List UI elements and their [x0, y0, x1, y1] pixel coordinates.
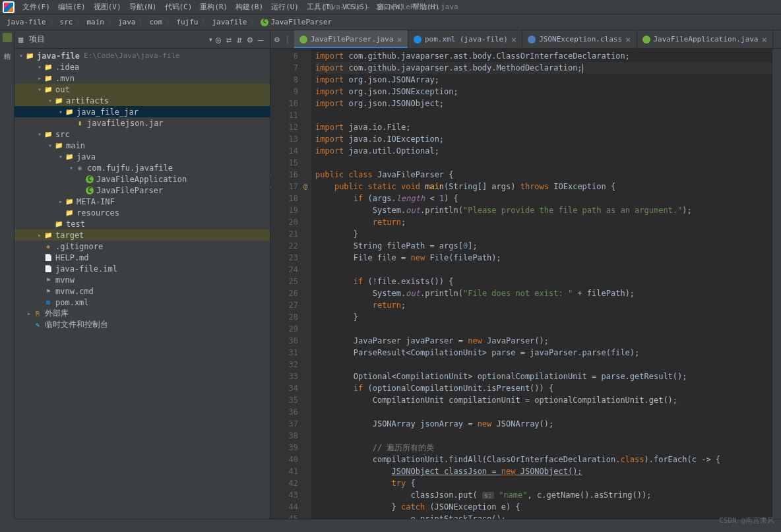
tree-item[interactable]: ▾📁artifacts	[15, 95, 270, 106]
window-title: java-file - JavaFileParser.java	[323, 3, 458, 11]
editor-pane: ⚙ | JavaFileParser.java×pom.xml (java-fi…	[270, 30, 781, 532]
expand-icon[interactable]: ⇄	[224, 34, 234, 45]
line-gutter[interactable]: 678910111213141516▶17▶@18192021222324252…	[270, 49, 302, 532]
chevron-down-icon[interactable]: ▾	[208, 35, 213, 44]
close-icon[interactable]: ×	[625, 34, 631, 45]
tree-item[interactable]: ◆.gitignore	[15, 241, 270, 252]
breadcrumb-item[interactable]: javafile	[210, 18, 248, 26]
tree-item[interactable]: 📄java-file.iml	[15, 263, 270, 274]
error-strip[interactable]	[772, 49, 781, 532]
close-icon[interactable]: ×	[761, 34, 766, 45]
watermark: CSDN @南宫乘风	[719, 516, 774, 525]
tree-item[interactable]: ▾📁src	[15, 129, 270, 140]
hide-icon[interactable]: —	[255, 34, 266, 45]
close-icon[interactable]: ×	[511, 34, 516, 45]
menu-item[interactable]: 视图(V)	[90, 1, 125, 13]
breadcrumb-item[interactable]: main	[85, 18, 106, 26]
tree-item[interactable]: 📄HELP.md	[15, 252, 270, 263]
tree-item[interactable]: ▸📁META-INF	[15, 196, 270, 207]
tree-item[interactable]: ▾📁.idea	[15, 61, 270, 73]
project-sidebar: ▦ 项目 ▾ ◎ ⇄ ⇵ ⚙ — ▾📁java-fileE:\Code\Java…	[15, 30, 270, 532]
breadcrumb-item[interactable]: java	[117, 18, 137, 26]
menu-item[interactable]: 代码(C)	[161, 1, 197, 13]
editor-tab[interactable]: JavaFileApplication.java×	[637, 30, 773, 48]
project-icon: ▦	[18, 35, 29, 44]
menu-item[interactable]: 编辑(E)	[54, 1, 90, 13]
collapse-icon[interactable]: ⇵	[234, 34, 245, 45]
breadcrumb-item[interactable]: src	[59, 18, 75, 26]
tree-item[interactable]: ▸⎘外部库	[15, 308, 270, 319]
tool-gear-icon[interactable]: ⚙	[274, 34, 280, 44]
tree-item[interactable]: CJavaFileApplication	[15, 173, 270, 185]
left-tool-strip: 结构	[0, 30, 15, 532]
tree-item[interactable]: ▾📁java_file_jar	[15, 106, 270, 117]
breadcrumbs[interactable]: java-file〉src〉main〉java〉com〉fujfu〉javafi…	[0, 15, 781, 30]
menu-item[interactable]: 运行(U)	[267, 1, 303, 13]
menu-item[interactable]: 重构(R)	[196, 1, 232, 13]
tree-item[interactable]: ▮javafilejson.jar	[15, 117, 270, 129]
editor-tab[interactable]: pom.xml (java-file)×	[408, 30, 522, 48]
sidebar-title: 项目	[29, 34, 208, 45]
tree-item[interactable]: ▾📁java	[15, 151, 270, 162]
tree-item[interactable]: ▸📁target	[15, 229, 270, 241]
tree-item[interactable]: ▾📁main	[15, 140, 270, 151]
tree-item[interactable]: ▾◉com.fujfu.javafile	[15, 162, 270, 173]
editor-tab[interactable]: JavaFileParser.java×	[294, 30, 408, 48]
tree-item[interactable]: 📁test	[15, 218, 270, 229]
code-content[interactable]: import com.github.javaparser.ast.body.Cl…	[311, 49, 772, 532]
tree-item[interactable]: 📁resources	[15, 207, 270, 218]
editor-tab[interactable]: JSONException.class×	[522, 30, 637, 48]
tree-root[interactable]: ▾📁java-fileE:\Code\Java\java-file	[15, 50, 270, 61]
target-icon[interactable]: ◎	[213, 34, 224, 45]
breadcrumb-item[interactable]: fujfu	[175, 18, 199, 26]
tree-item[interactable]: ▸📁.mvn	[15, 73, 270, 84]
code-area[interactable]: 678910111213141516▶17▶@18192021222324252…	[270, 49, 781, 532]
editor-tabs: ⚙ | JavaFileParser.java×pom.xml (java-fi…	[270, 30, 781, 49]
project-tree[interactable]: ▾📁java-fileE:\Code\Java\java-file▾📁.idea…	[15, 49, 270, 532]
fold-strip[interactable]	[302, 49, 311, 532]
sidebar-header: ▦ 项目 ▾ ◎ ⇄ ⇵ ⚙ —	[15, 30, 270, 49]
tree-item[interactable]: CJavaFileParser	[15, 185, 270, 196]
breadcrumb-item[interactable]: java-file	[5, 18, 47, 26]
menu-item[interactable]: 导航(N)	[125, 1, 161, 13]
menu-item[interactable]: 文件(F)	[18, 1, 54, 13]
breadcrumb-item[interactable]: JavaFileParser	[259, 18, 333, 26]
tree-item[interactable]: ▾📁out	[15, 84, 270, 95]
tree-item[interactable]: ✎临时文件和控制台	[15, 319, 270, 330]
tree-item[interactable]: mpom.xml	[15, 297, 270, 308]
tree-item[interactable]: ⚑mvnw.cmd	[15, 285, 270, 297]
menu-item[interactable]: 构建(B)	[232, 1, 267, 13]
breadcrumb-item[interactable]: com	[148, 18, 164, 26]
status-bar	[15, 519, 781, 532]
project-tool-icon[interactable]	[3, 33, 12, 42]
menubar: 文件(F)编辑(E)视图(V)导航(N)代码(C)重构(R)构建(B)运行(U)…	[0, 0, 781, 15]
tree-item[interactable]: ⚑mvnw	[15, 274, 270, 285]
app-logo-icon	[3, 1, 15, 13]
gear-icon[interactable]: ⚙	[245, 34, 255, 45]
close-icon[interactable]: ×	[397, 34, 402, 45]
